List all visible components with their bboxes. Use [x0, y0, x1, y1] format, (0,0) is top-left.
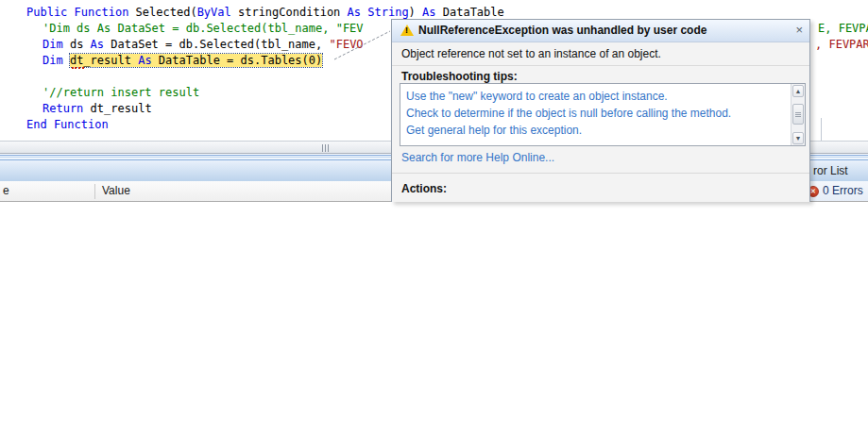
window-border	[821, 118, 822, 141]
scrollbar-thumb[interactable]	[792, 104, 804, 125]
code-token: DataSet = db.Selected(tbl_name,	[104, 38, 329, 51]
error-squiggle	[72, 67, 84, 69]
code-line: 'Dim ds As DataSet = db.Selected(tbl_nam…	[43, 22, 364, 36]
exception-assistant-popup: ! NullReferenceException was unhandled b…	[391, 19, 810, 202]
code-line: E, FEVPA	[818, 22, 868, 36]
warning-icon: !	[400, 25, 414, 36]
code-token: stringCondition	[231, 6, 348, 19]
search-help-online-link[interactable]: Search for more Help Online...	[401, 151, 554, 164]
code-token: Public Function	[26, 6, 128, 19]
exception-message: Object reference not set to an instance …	[401, 47, 661, 60]
code-token: )	[409, 6, 422, 19]
code-token: As String	[348, 6, 409, 19]
code-line: Dim dt_result As DataTable = ds.Tables(0…	[43, 54, 322, 68]
exception-statement-highlight: dt_result As DataTable = ds.Tables(0)	[70, 54, 322, 67]
code-line: Dim ds As DataSet = db.Selected(tbl_name…	[43, 38, 364, 52]
scroll-up-icon[interactable]: ▲	[792, 85, 804, 97]
error-list-toolbar: ✕ 0 Errors	[810, 181, 868, 202]
scroll-down-icon[interactable]: ▼	[792, 132, 804, 144]
popup-title-bar: ! NullReferenceException was unhandled b…	[392, 20, 809, 42]
close-icon[interactable]: ×	[795, 24, 803, 37]
code-token: As	[91, 38, 104, 51]
code-token: ds	[63, 38, 91, 51]
scrollbar-grip-icon	[322, 144, 323, 152]
tip-link[interactable]: Check to determine if the object is null…	[406, 105, 731, 122]
code-token: End Function	[26, 118, 109, 131]
code-token: ByVal	[197, 6, 231, 19]
code-token: As	[138, 54, 151, 67]
watch-name-column-header[interactable]: e	[3, 181, 9, 201]
tab-error-list[interactable]: ror List	[810, 159, 868, 181]
code-line: Public Function Selected(ByVal stringCon…	[26, 6, 504, 20]
code-line: '//return insert result	[43, 86, 199, 100]
errors-count-button[interactable]: 0 Errors	[823, 181, 863, 201]
code-token: Return	[43, 102, 83, 115]
code-token: , FEVPAR	[815, 38, 868, 51]
code-line: End Function	[26, 118, 109, 132]
tips-list-box: Use the "new" keyword to create an objec…	[400, 83, 806, 146]
warning-icon-glyph: !	[405, 25, 409, 36]
column-divider[interactable]	[94, 184, 95, 199]
code-token: dt_result	[70, 54, 138, 67]
code-token: dt_result	[83, 102, 151, 115]
code-token: Selected(	[128, 6, 196, 19]
divider	[392, 65, 809, 66]
troubleshooting-tips-label: Troubleshooting tips:	[401, 70, 518, 83]
code-token: DataTable	[436, 6, 504, 19]
code-line: Return dt_result	[43, 102, 152, 116]
divider	[392, 173, 809, 174]
code-token: "FEVO	[329, 38, 363, 51]
code-token: '//return insert result	[43, 86, 199, 99]
scrollbar-thumb-grip-icon	[795, 112, 801, 113]
watch-value-column-header[interactable]: Value	[102, 181, 130, 201]
code-line: , FEVPAR	[815, 38, 868, 52]
tip-link[interactable]: Use the "new" keyword to create an objec…	[406, 88, 668, 105]
code-token: Dim	[43, 38, 63, 51]
tip-link[interactable]: Get general help for this exception.	[406, 122, 582, 139]
popup-title: NullReferenceException was unhandled by …	[418, 20, 706, 42]
code-token: Dim	[43, 54, 70, 67]
actions-label: Actions:	[401, 182, 447, 195]
code-token: As	[422, 6, 435, 19]
code-token: DataTable = ds.Tables(0)	[152, 54, 323, 67]
code-token: E, FEVPA	[818, 22, 868, 35]
code-token: 'Dim ds As DataSet = db.Selected(tbl_nam…	[43, 22, 364, 35]
tips-vertical-scrollbar[interactable]: ▲ ▼	[791, 84, 805, 145]
